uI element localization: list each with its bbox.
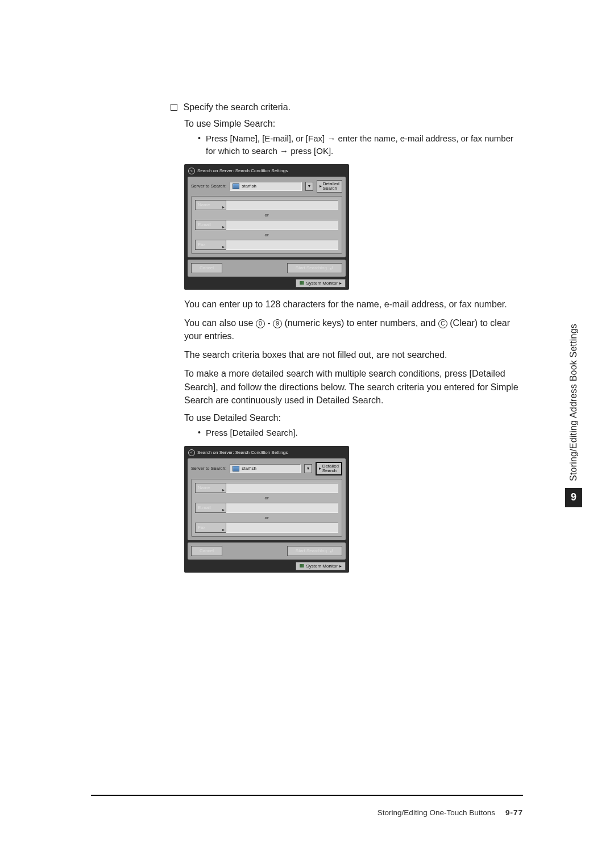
lcd-title-text-2: Search on Server: Search Condition Setti… (197, 450, 288, 455)
fax-field-button-2[interactable]: Fax (195, 523, 226, 533)
server-to-search-label-2: Server to Search: (191, 466, 226, 471)
server-select-2[interactable]: starfish (230, 464, 300, 473)
chevron-right-icon: ▸ (339, 564, 342, 569)
name-field-value[interactable] (226, 200, 338, 210)
detailed-search-intro: To use Detailed Search: (184, 411, 523, 424)
server-name-2: starfish (242, 466, 256, 471)
server-dropdown-button[interactable]: ▾ (305, 182, 313, 191)
lcd-detailed-search: « Search on Server: Search Condition Set… (184, 446, 349, 573)
footer-rule (91, 795, 523, 796)
start-searching-button-2[interactable]: Start Searching (287, 546, 342, 556)
back-arrow-icon: « (188, 168, 195, 174)
chapter-number-box: 9 (565, 488, 582, 507)
email-field-button-2[interactable]: E-mail (195, 503, 226, 513)
fax-field-button[interactable]: Fax (195, 240, 226, 250)
back-arrow-icon: « (188, 449, 195, 456)
name-field-button-2[interactable]: Name (195, 483, 226, 493)
fax-field-value[interactable] (226, 240, 338, 250)
server-name: starfish (242, 183, 256, 189)
detailed-btn-l2b: Search (322, 469, 339, 473)
server-icon (233, 183, 239, 189)
lcd-simple-search: « Search on Server: Search Condition Set… (184, 164, 349, 290)
server-icon (233, 466, 239, 471)
lcd-title-bar: « Search on Server: Search Condition Set… (188, 168, 346, 177)
section-heading: Specify the search criteria. (171, 102, 523, 112)
email-field-value[interactable] (226, 220, 338, 230)
start-searching-button[interactable]: Start Searching (287, 263, 342, 273)
side-chapter-label: Storing/Editing Address Book Settings (569, 324, 579, 481)
detailed-btn-l2: Search (323, 186, 339, 191)
page-footer: Storing/Editing One-Touch Buttons 9-77 (91, 795, 523, 817)
chevron-right-icon: ▸ (320, 184, 322, 189)
cancel-button-2[interactable]: Cancel (191, 546, 222, 556)
lcd-title-text: Search on Server: Search Condition Setti… (197, 168, 288, 173)
lcd-title-bar-2: « Search on Server: Search Condition Set… (188, 449, 346, 458)
chevron-right-icon: ▸ (339, 281, 342, 286)
checkbox-glyph (171, 104, 177, 111)
name-field-button[interactable]: Name (195, 200, 226, 210)
side-tab: Storing/Editing Address Book Settings 9 (565, 324, 582, 507)
footer-section-title: Storing/Editing One-Touch Buttons (377, 808, 495, 817)
detailed-search-explanation: To make a more detailed search with mult… (184, 367, 523, 407)
monitor-icon (300, 281, 304, 285)
key-0-icon: 0 (256, 319, 265, 328)
or-label-2: or (195, 232, 338, 237)
key-clear-icon: C (438, 319, 447, 328)
detailed-search-button[interactable]: ▸ Detailed Search (317, 180, 342, 193)
server-select[interactable]: starfish (230, 182, 301, 191)
key-9-icon: 9 (273, 319, 282, 328)
system-monitor-button-2[interactable]: System Monitor ▸ (296, 562, 346, 570)
detailed-search-step: Press [Detailed Search]. (198, 427, 523, 439)
or-label: or (195, 212, 338, 218)
section-heading-text: Specify the search criteria. (183, 102, 291, 112)
unused-criteria-note: The search criteria boxes that are not f… (184, 348, 523, 361)
simple-search-intro: To use Simple Search: (184, 117, 523, 130)
or-label-3: or (195, 495, 338, 500)
monitor-icon (300, 564, 304, 567)
or-label-4: or (195, 515, 338, 520)
fax-field-value-2[interactable] (226, 523, 338, 533)
char-limit-note: You can enter up to 128 characters for t… (184, 298, 523, 311)
simple-search-step: Press [Name], [E-mail], or [Fax] → enter… (198, 132, 523, 157)
footer-page-number: 9-77 (505, 808, 523, 817)
chevron-right-icon: ▸ (319, 466, 321, 471)
server-dropdown-button-2[interactable]: ▾ (304, 464, 312, 473)
detailed-search-button-highlighted[interactable]: ▸ Detailed Search (316, 462, 342, 475)
name-field-value-2[interactable] (226, 483, 338, 493)
system-monitor-button[interactable]: System Monitor ▸ (296, 279, 346, 287)
numeric-keys-note: You can also use 0 - 9 (numeric keys) to… (184, 316, 523, 343)
email-field-value-2[interactable] (226, 503, 338, 513)
email-field-button[interactable]: E-mail (195, 220, 226, 230)
cancel-button[interactable]: Cancel (191, 263, 222, 273)
server-to-search-label: Server to Search: (191, 183, 226, 189)
